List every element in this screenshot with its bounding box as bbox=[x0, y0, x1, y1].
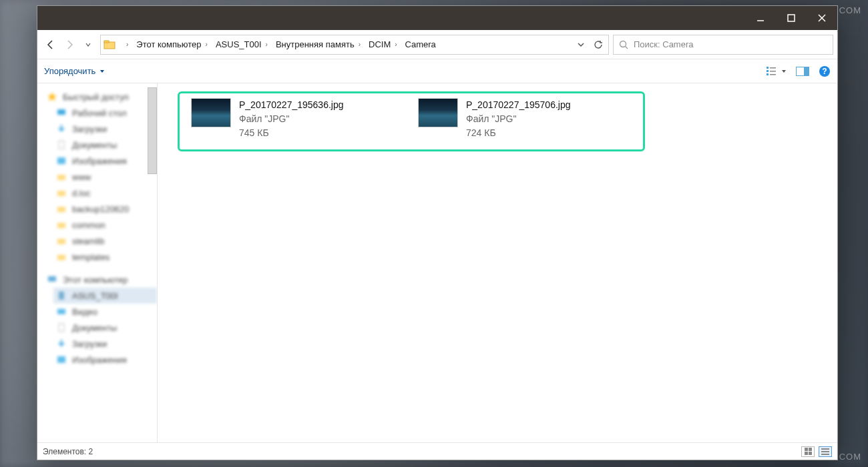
file-thumbnail bbox=[418, 98, 458, 127]
breadcrumb-label: Внутренняя память bbox=[276, 39, 355, 49]
nav-recent-dropdown[interactable] bbox=[79, 35, 97, 54]
svg-rect-13 bbox=[770, 74, 776, 75]
svg-rect-31 bbox=[59, 324, 64, 332]
tree-this-pc[interactable]: Этот компьютер bbox=[44, 272, 157, 288]
preview-pane-button[interactable] bbox=[796, 67, 809, 76]
svg-rect-29 bbox=[59, 292, 64, 300]
svg-rect-27 bbox=[57, 255, 65, 260]
minimize-button[interactable] bbox=[745, 6, 776, 30]
file-meta: P_20170227_195636.jpg Файл "JPG" 745 КБ bbox=[239, 98, 344, 140]
breadcrumb-label: Этот компьютер bbox=[136, 39, 201, 49]
nav-forward[interactable] bbox=[60, 35, 79, 54]
svg-rect-23 bbox=[57, 191, 65, 196]
svg-rect-22 bbox=[57, 175, 65, 180]
tree-folder-6[interactable]: templates bbox=[53, 249, 157, 265]
file-item[interactable]: P_20170227_195636.jpg Файл "JPG" 745 КБ bbox=[191, 98, 398, 140]
organize-label: Упорядочить bbox=[44, 66, 95, 76]
view-details-button[interactable] bbox=[819, 446, 832, 457]
explorer-window: › Этот компьютер›ASUS_T00I›Внутренняя па… bbox=[37, 5, 838, 460]
svg-point-6 bbox=[620, 41, 626, 47]
organize-menu[interactable]: Упорядочить bbox=[44, 66, 105, 76]
title-bar bbox=[37, 6, 837, 30]
breadcrumb-item[interactable]: ASUS_T00I› bbox=[210, 35, 270, 54]
file-type: Файл "JPG" bbox=[466, 112, 571, 126]
breadcrumb-label: ASUS_T00I bbox=[216, 39, 262, 49]
svg-rect-24 bbox=[57, 207, 65, 212]
status-text: Элементов: 2 bbox=[43, 447, 93, 456]
breadcrumb-label: DCIM bbox=[369, 39, 391, 49]
svg-rect-8 bbox=[767, 67, 769, 69]
tree-folder-5[interactable]: steamlib bbox=[53, 233, 157, 249]
address-bar[interactable]: › Этот компьютер›ASUS_T00I›Внутренняя па… bbox=[100, 35, 609, 55]
breadcrumb-item[interactable]: Внутренняя память› bbox=[270, 35, 363, 54]
file-name: P_20170227_195636.jpg bbox=[239, 98, 344, 112]
search-icon bbox=[619, 40, 628, 49]
tree-pictures2[interactable]: Изображения bbox=[53, 352, 157, 368]
help-button[interactable]: ? bbox=[819, 65, 831, 77]
file-thumbnail bbox=[191, 98, 231, 127]
status-bar: Элементов: 2 bbox=[37, 442, 837, 460]
tree-downloads[interactable]: Загрузки bbox=[53, 121, 157, 137]
breadcrumb-item[interactable]: DCIM› bbox=[363, 35, 400, 54]
chevron-right-icon: › bbox=[395, 41, 397, 48]
svg-text:?: ? bbox=[822, 67, 827, 76]
refresh-button[interactable] bbox=[590, 36, 607, 53]
tree-folder-2[interactable]: d.loc bbox=[53, 185, 157, 201]
file-name: P_20170227_195706.jpg bbox=[466, 98, 571, 112]
svg-rect-1 bbox=[788, 15, 795, 21]
file-item[interactable]: P_20170227_195706.jpg Файл "JPG" 724 КБ bbox=[418, 98, 625, 140]
svg-rect-26 bbox=[57, 239, 65, 244]
scrollbar-thumb[interactable] bbox=[148, 87, 157, 174]
tree-downloads2[interactable]: Загрузки bbox=[53, 336, 157, 352]
file-meta: P_20170227_195706.jpg Файл "JPG" 724 КБ bbox=[466, 98, 571, 140]
chevron-right-icon: › bbox=[206, 41, 208, 48]
svg-rect-25 bbox=[57, 223, 65, 228]
svg-rect-32 bbox=[57, 356, 65, 363]
svg-rect-10 bbox=[767, 73, 769, 75]
tree-device[interactable]: ASUS_T00I bbox=[53, 288, 157, 304]
svg-line-7 bbox=[626, 46, 628, 49]
svg-marker-18 bbox=[47, 92, 57, 101]
tree-desktop[interactable]: Рабочий стол bbox=[53, 105, 157, 121]
close-button[interactable] bbox=[807, 6, 837, 30]
svg-rect-28 bbox=[48, 276, 56, 282]
side-panel: Быстрый доступ Рабочий стол Загрузки Док… bbox=[37, 83, 158, 442]
address-drop[interactable] bbox=[572, 36, 590, 53]
toolbar: Упорядочить ? bbox=[37, 59, 837, 83]
tree-quick-access[interactable]: Быстрый доступ bbox=[44, 89, 157, 105]
file-size: 745 КБ bbox=[239, 126, 344, 140]
svg-rect-15 bbox=[804, 67, 809, 75]
toolbar-right: ? bbox=[767, 65, 831, 77]
nav-row: › Этот компьютер›ASUS_T00I›Внутренняя па… bbox=[37, 30, 837, 59]
tree-video[interactable]: Видео bbox=[53, 304, 157, 320]
file-type: Файл "JPG" bbox=[239, 112, 344, 126]
content-area[interactable]: P_20170227_195636.jpg Файл "JPG" 745 КБ … bbox=[158, 83, 837, 442]
maximize-button[interactable] bbox=[776, 6, 807, 30]
main-area: Быстрый доступ Рабочий стол Загрузки Док… bbox=[37, 83, 837, 442]
chevron-right-icon: › bbox=[266, 41, 268, 48]
view-grid-button[interactable] bbox=[801, 446, 815, 457]
svg-rect-12 bbox=[770, 71, 776, 72]
file-grid: P_20170227_195636.jpg Файл "JPG" 745 КБ … bbox=[191, 98, 824, 140]
tree-folder-3[interactable]: backup120620 bbox=[53, 201, 157, 217]
breadcrumb-item[interactable]: Camera bbox=[400, 35, 439, 54]
tree-folder-1[interactable]: www bbox=[53, 169, 157, 185]
tree-folder-4[interactable]: common bbox=[53, 217, 157, 233]
breadcrumbs: › Этот компьютер›ASUS_T00I›Внутренняя па… bbox=[117, 35, 572, 54]
view-mode-buttons bbox=[801, 446, 832, 457]
svg-rect-21 bbox=[57, 157, 65, 164]
nav-tree: Быстрый доступ Рабочий стол Загрузки Док… bbox=[37, 83, 157, 368]
breadcrumb-chevron-root[interactable]: › bbox=[117, 35, 131, 54]
svg-rect-9 bbox=[767, 70, 769, 72]
breadcrumb-label: Camera bbox=[405, 39, 436, 49]
view-options-button[interactable] bbox=[767, 66, 787, 77]
tree-documents2[interactable]: Документы bbox=[53, 320, 157, 336]
tree-pictures[interactable]: Изображения bbox=[53, 153, 157, 169]
breadcrumb-item[interactable]: Этот компьютер› bbox=[131, 35, 210, 54]
search-placeholder: Поиск: Camera bbox=[634, 39, 693, 49]
tree-documents[interactable]: Документы bbox=[53, 137, 157, 153]
nav-back[interactable] bbox=[41, 35, 60, 54]
svg-rect-19 bbox=[57, 109, 65, 115]
search-input[interactable]: Поиск: Camera bbox=[613, 35, 833, 55]
chevron-right-icon: › bbox=[359, 41, 361, 48]
